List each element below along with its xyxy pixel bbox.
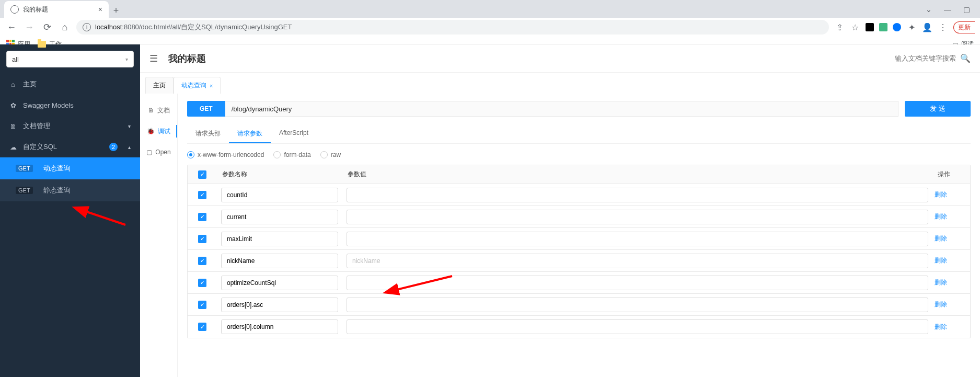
table-row: ✓删除 [188, 184, 970, 206]
profile-icon[interactable]: 👤 [922, 22, 932, 32]
search-input[interactable] [883, 54, 956, 62]
forward-icon[interactable]: → [23, 21, 36, 33]
sidebar-subitem-dynamic[interactable]: GET 动态查询 [0, 157, 140, 179]
param-name-input[interactable] [221, 319, 338, 334]
new-tab-button[interactable]: + [109, 3, 123, 18]
sidebar-subitem-label: 静态查询 [43, 186, 71, 195]
tab-close-icon[interactable]: × [98, 5, 102, 14]
extension-vue-icon[interactable] [879, 23, 887, 31]
update-button[interactable]: 更新 [953, 21, 975, 33]
row-checkbox[interactable]: ✓ [198, 257, 206, 265]
delete-link[interactable]: 删除 [935, 191, 947, 198]
tab-close-icon[interactable]: × [210, 83, 213, 89]
extension-dark-icon[interactable] [866, 23, 874, 31]
radio-label: form-data [284, 151, 310, 158]
chevron-down-icon[interactable]: ⌄ [921, 5, 936, 14]
body-type-radios: x-www-form-urlencoded form-data raw [187, 151, 971, 158]
tab-dynamic[interactable]: 动态查询 × [174, 77, 221, 94]
row-checkbox[interactable]: ✓ [198, 279, 206, 287]
param-name-input[interactable] [221, 254, 338, 268]
sidebar-item-docmgr[interactable]: 🗎 文档管理 ▾ [0, 116, 140, 136]
param-value-input[interactable] [347, 188, 928, 202]
gear-icon: ✿ [9, 101, 17, 109]
search-box: 🔍 [883, 53, 971, 63]
delete-link[interactable]: 删除 [935, 279, 947, 286]
method-badge: GET [16, 165, 33, 172]
param-value-input[interactable] [347, 276, 928, 290]
param-value-input[interactable] [347, 319, 928, 334]
tab-label: 动态查询 [181, 81, 206, 90]
param-table: ✓ 参数名称 参数值 操作 ✓删除✓删除✓删除✓删除✓删除✓删除✓删除 [187, 165, 971, 338]
send-button[interactable]: 发 送 [905, 101, 971, 117]
extension-blue-icon[interactable] [893, 23, 901, 31]
search-icon[interactable]: 🔍 [960, 53, 971, 63]
share-icon[interactable]: ⇪ [834, 22, 845, 32]
reload-icon[interactable]: ⟳ [41, 21, 53, 33]
table-header-row: ✓ 参数名称 参数值 操作 [188, 165, 970, 184]
back-icon[interactable]: ← [5, 21, 18, 33]
param-name-input[interactable] [221, 232, 338, 246]
subtab-afterscript[interactable]: AfterScript [271, 125, 317, 143]
radio-formdata[interactable]: form-data [273, 151, 310, 158]
checkbox-all[interactable]: ✓ [198, 170, 206, 179]
star-icon[interactable]: ☆ [850, 22, 860, 32]
subtab-headers[interactable]: 请求头部 [187, 125, 229, 143]
sidebar-item-label: 主页 [23, 79, 37, 89]
param-name-input[interactable] [221, 298, 338, 312]
browser-tab-active[interactable]: 我的标题 × [4, 1, 109, 18]
param-value-input[interactable] [347, 254, 928, 268]
param-name-input[interactable] [221, 210, 338, 224]
param-name-input[interactable] [221, 188, 338, 202]
address-actions: ⇪ ☆ ✦ 👤 ⋮ 更新 [834, 21, 975, 33]
table-row: ✓删除 [188, 250, 970, 272]
delete-link[interactable]: 删除 [935, 257, 947, 264]
url-text: localhost:8080/doc.html#/all/自定义SQL/dyna… [95, 22, 292, 32]
page-title: 我的标题 [168, 52, 206, 65]
minimize-icon[interactable]: — [940, 5, 955, 14]
menu-icon[interactable]: ⋮ [938, 22, 948, 32]
row-checkbox[interactable]: ✓ [198, 235, 206, 243]
sidebar: all ▾ ⌂ 主页 ✿ Swagger Models 🗎 文档管理 ▾ ☁ 自… [0, 44, 140, 377]
app-root: all ▾ ⌂ 主页 ✿ Swagger Models 🗎 文档管理 ▾ ☁ 自… [0, 44, 980, 377]
group-select[interactable]: all ▾ [6, 51, 134, 67]
row-checkbox[interactable]: ✓ [198, 213, 206, 221]
content-area: GET /blog/dynamicQuery 发 送 请求头部 请求参数 Aft… [178, 94, 980, 377]
param-value-input[interactable] [347, 232, 928, 246]
param-name-input[interactable] [221, 276, 338, 290]
col-header-action: 操作 [932, 166, 970, 183]
sidebar-item-home[interactable]: ⌂ 主页 [0, 74, 140, 95]
request-path[interactable]: /blog/dynamicQuery [225, 101, 899, 117]
rail-doc[interactable]: 🗎 文档 [140, 100, 177, 121]
param-value-input[interactable] [347, 298, 928, 312]
row-checkbox[interactable]: ✓ [198, 191, 206, 199]
site-info-icon[interactable]: i [83, 23, 91, 31]
sidebar-subitem-static[interactable]: GET 静态查询 [0, 179, 140, 201]
tab-home[interactable]: 主页 [145, 77, 174, 94]
row-checkbox[interactable]: ✓ [198, 323, 206, 331]
sidebar-item-customsql[interactable]: ☁ 自定义SQL 2 ▴ [0, 136, 140, 157]
delete-link[interactable]: 删除 [935, 235, 947, 242]
radio-dot-icon [273, 151, 281, 158]
table-row: ✓删除 [188, 294, 970, 316]
delete-link[interactable]: 删除 [935, 323, 947, 330]
sidebar-item-swagger[interactable]: ✿ Swagger Models [0, 95, 140, 116]
rail-open[interactable]: ▢ Open [140, 142, 177, 163]
subtab-params[interactable]: 请求参数 [229, 125, 271, 143]
folder-icon [38, 41, 46, 48]
chevron-down-icon: ▾ [125, 56, 128, 62]
chevron-down-icon: ▾ [128, 123, 131, 129]
param-value-input[interactable] [347, 210, 928, 224]
menu-toggle-icon[interactable]: ☰ [149, 53, 158, 64]
delete-link[interactable]: 删除 [935, 301, 947, 308]
extensions-icon[interactable]: ✦ [906, 22, 917, 32]
home-icon[interactable]: ⌂ [59, 21, 71, 33]
rail-debug[interactable]: 🐞 调试 [140, 121, 177, 142]
radio-urlencoded[interactable]: x-www-form-urlencoded [187, 151, 264, 158]
delete-link[interactable]: 删除 [935, 213, 947, 220]
url-input[interactable]: i localhost:8080/doc.html#/all/自定义SQL/dy… [76, 20, 829, 35]
row-checkbox[interactable]: ✓ [198, 301, 206, 309]
table-row: ✓删除 [188, 316, 970, 338]
maximize-icon[interactable]: ▢ [959, 5, 974, 14]
radio-raw[interactable]: raw [320, 151, 341, 158]
http-method-badge[interactable]: GET [187, 101, 225, 117]
